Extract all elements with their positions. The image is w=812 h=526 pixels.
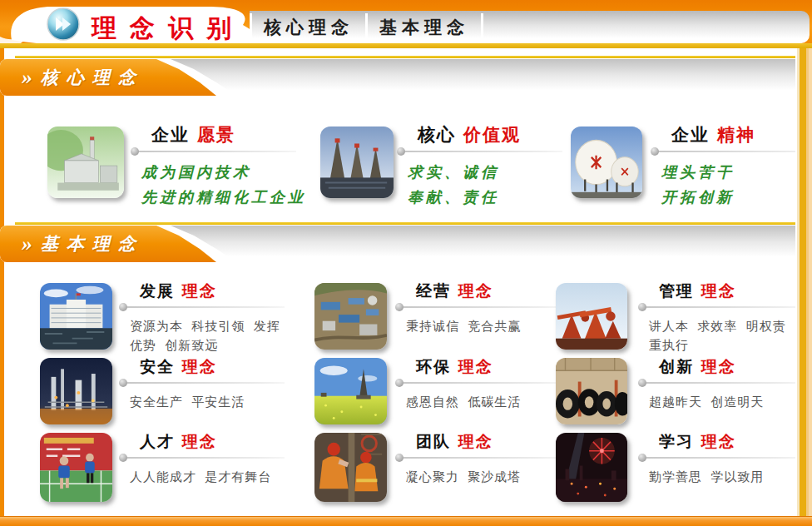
divider-dot [651, 147, 659, 156]
item-title: 安全理念 [121, 356, 285, 378]
item-divider [653, 151, 812, 152]
header-gold-strip [0, 43, 812, 48]
photo-office-building [40, 283, 112, 350]
photo-night-refinery [40, 358, 112, 424]
item-line: 先进的精细化工企业 [141, 185, 296, 210]
item-line: 奉献、责任 [408, 185, 562, 210]
item-desc: 讲人本 求效率 明权责 重执行 [641, 316, 804, 355]
basic-item-management: 管理理念 讲人本 求效率 明权责 重执行 [641, 280, 804, 355]
item-title: 管理理念 [641, 280, 804, 302]
item-title: 企业精神 [653, 123, 812, 146]
item-desc: 感恩自然 低碳生活 [398, 392, 561, 411]
item-desc: 资源为本 科技引领 发挥优势 创新致远 [121, 316, 285, 355]
basic-item-innovation: 创新理念 超越昨天 创造明天 [641, 356, 804, 411]
basic-section-heading: 基本理念 [41, 232, 144, 256]
item-title: 核心价值观 [399, 123, 562, 146]
tab-bar: 核心理念 基本理念 [250, 11, 810, 43]
item-divider [398, 382, 561, 384]
basic-item-safety: 安全理念 安全生产 平安生活 [121, 356, 285, 411]
tab-basic-concept[interactable]: 基本理念 [368, 11, 481, 43]
divider-dot [119, 454, 127, 462]
divider-dot [119, 379, 127, 387]
item-divider [398, 306, 561, 308]
item-divider [121, 457, 285, 459]
item-divider [133, 151, 296, 152]
core-section-bar: » 核心理念 [0, 56, 812, 96]
basic-item-development: 发展理念 资源为本 科技引领 发挥优势 创新致远 [121, 280, 285, 355]
page-header: 理念识别 核心理念 基本理念 [0, 0, 812, 48]
basic-item-environment: 环保理念 感恩自然 低碳生活 [398, 356, 561, 411]
bottom-bar [0, 516, 812, 526]
photo-drill-workers [314, 433, 387, 502]
divider-dot [395, 454, 404, 462]
core-item-values: 核心价值观 求实、诚信 奉献、责任 [399, 123, 562, 210]
tab-separator [481, 13, 483, 41]
photo-oil-derricks [320, 127, 394, 198]
photo-fireworks-night [556, 433, 627, 502]
section-gold-line [15, 56, 812, 58]
divider-dot [638, 454, 646, 462]
item-divider [121, 382, 285, 384]
basic-section-bar: » 基本理念 [0, 222, 812, 262]
item-title: 发展理念 [121, 280, 285, 302]
item-desc: 秉持诚信 竞合共赢 [398, 316, 561, 335]
divider-dot [395, 379, 404, 387]
item-line: 成为国内技术 [141, 160, 296, 185]
item-line: 求实、诚信 [408, 160, 562, 185]
photo-tire-workshop [556, 358, 627, 424]
photo-plant-aerial [314, 283, 387, 350]
item-divider [641, 382, 804, 384]
double-chevron-icon: » [22, 231, 31, 256]
page-title: 理念识别 [92, 12, 245, 46]
item-desc: 安全生产 平安生活 [121, 392, 285, 411]
item-title: 经营理念 [398, 280, 561, 302]
basic-item-operation: 经营理念 秉持诚信 竞合共赢 [398, 280, 561, 335]
item-desc: 超越昨天 创造明天 [641, 392, 804, 411]
page: 理念识别 核心理念 基本理念 » 核心理念 [0, 0, 812, 526]
core-section-heading: 核心理念 [41, 66, 144, 89]
item-desc: 勤学善思 学以致用 [641, 467, 804, 486]
photo-storage-spheres [571, 127, 642, 198]
photo-green-factory [47, 127, 124, 198]
item-divider [398, 457, 561, 459]
item-divider [641, 306, 804, 308]
item-divider [641, 457, 804, 459]
play-icon [47, 7, 80, 41]
divider-dot [397, 147, 405, 156]
divider-dot [395, 303, 404, 311]
divider-dot [131, 147, 139, 156]
item-title: 环保理念 [398, 356, 561, 378]
item-title: 人才理念 [121, 431, 285, 453]
core-item-spirit: 企业精神 埋头苦干 开拓创新 [653, 123, 812, 210]
item-title: 企业愿景 [133, 123, 296, 146]
core-item-vision: 企业愿景 成为国内技术 先进的精细化工企业 [133, 123, 296, 210]
item-desc: 人人能成才 是才有舞台 [121, 467, 285, 486]
photo-badminton-match [40, 433, 112, 502]
item-title: 创新理念 [641, 356, 804, 378]
item-desc: 凝心聚力 聚沙成塔 [398, 467, 561, 486]
left-border-stripe [0, 48, 4, 516]
divider-dot [638, 379, 646, 387]
section-gold-line [15, 222, 812, 225]
double-chevron-icon: » [22, 65, 31, 90]
basic-item-talent: 人才理念 人人能成才 是才有舞台 [121, 431, 285, 486]
item-line: 埋头苦干 [661, 160, 812, 185]
divider-dot [638, 303, 646, 311]
photo-field-rig [314, 358, 387, 424]
tab-core-concept[interactable]: 核心理念 [252, 11, 365, 43]
photo-pumpjacks [556, 283, 627, 350]
right-border-stripe [795, 48, 812, 516]
basic-item-learning: 学习理念 勤学善思 学以致用 [641, 431, 804, 486]
item-title: 学习理念 [641, 431, 804, 453]
item-title: 团队理念 [398, 431, 561, 453]
item-divider [121, 306, 285, 308]
divider-dot [119, 303, 127, 311]
basic-item-team: 团队理念 凝心聚力 聚沙成塔 [398, 431, 561, 486]
item-line: 开拓创新 [661, 185, 812, 210]
item-divider [399, 151, 562, 152]
